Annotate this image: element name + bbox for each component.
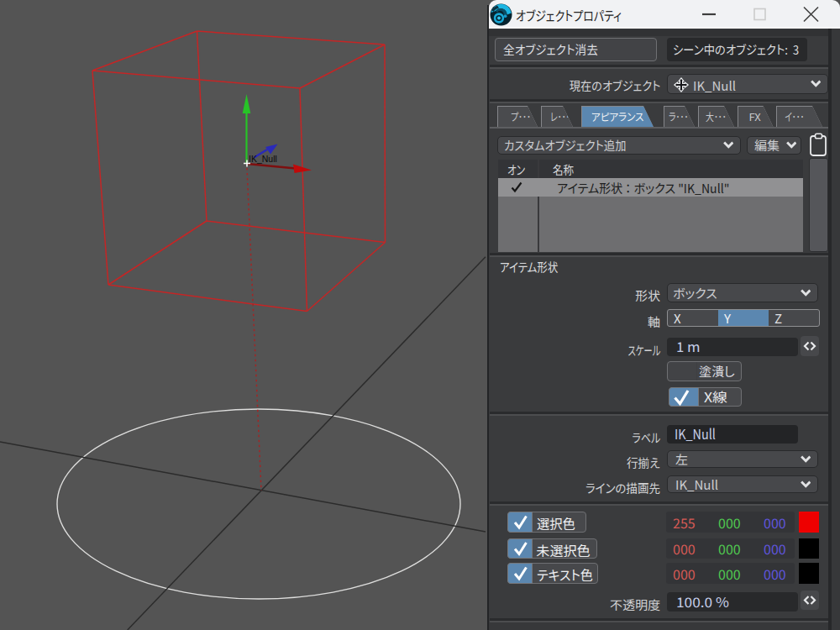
- svg-text:IK_Null: IK_Null: [249, 154, 277, 164]
